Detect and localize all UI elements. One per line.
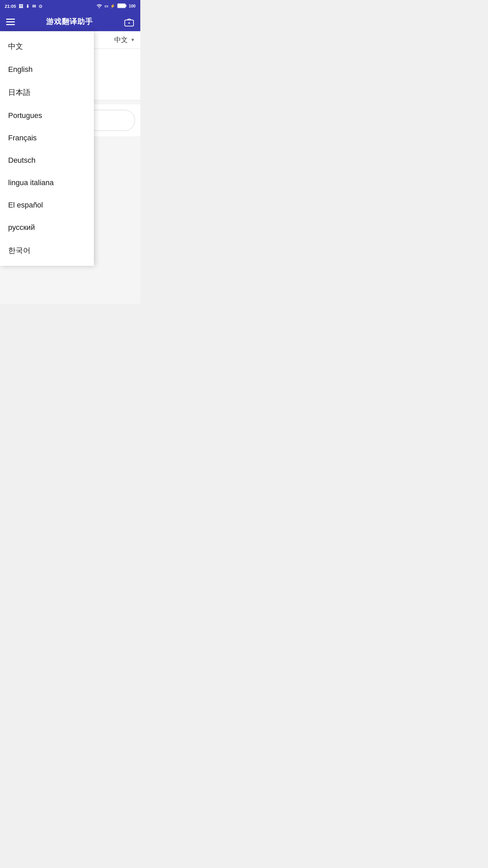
notification-icon: 🖼: [19, 4, 23, 9]
status-right: ▭ ⚡ 100: [96, 3, 136, 9]
svg-point-4: [128, 22, 130, 24]
battery-text: 100: [129, 4, 136, 8]
dropdown-item-de[interactable]: Deutsch: [0, 149, 94, 172]
hamburger-line: [6, 21, 15, 22]
target-lang-selector[interactable]: 中文 ▼: [114, 35, 135, 44]
dropdown-item-ko[interactable]: 한국어: [0, 239, 94, 262]
svg-rect-1: [125, 5, 126, 7]
main-content: 中文 ▼ 中文 ▼ you miss me, I miss you too ↓ …: [0, 31, 140, 304]
dropdown-item-en[interactable]: English: [0, 58, 94, 81]
menu-button[interactable]: [6, 19, 15, 25]
dropdown-item-ja[interactable]: 日本語: [0, 81, 94, 104]
dropdown-item-pt[interactable]: Portugues: [0, 104, 94, 127]
target-lang-arrow: ▼: [130, 37, 135, 42]
dropdown-item-ru[interactable]: русский: [0, 216, 94, 239]
app-bar: 游戏翻译助手: [0, 12, 140, 31]
language-dropdown: 中文 English 日本語 Portugues Français Deutsc…: [0, 31, 94, 266]
dnd-icon: ⊙: [39, 4, 42, 9]
hamburger-line: [6, 19, 15, 20]
status-bar: 21:05 🖼 ⬇ ✉ ⊙ ▭ ⚡ 100: [0, 0, 140, 12]
svg-rect-2: [118, 4, 125, 7]
dropdown-item-zh[interactable]: 中文: [0, 35, 94, 58]
battery-frame-icon: ▭: [104, 4, 108, 8]
dropdown-item-fr[interactable]: Français: [0, 127, 94, 149]
bag-button[interactable]: [124, 17, 134, 26]
hamburger-line: [6, 24, 15, 25]
app-title: 游戏翻译助手: [46, 17, 93, 27]
email-icon: ✉: [32, 4, 36, 9]
dropdown-item-es[interactable]: El español: [0, 194, 94, 216]
dropdown-item-it[interactable]: lingua italiana: [0, 172, 94, 194]
battery-level: [117, 3, 127, 9]
wifi-icon: [96, 3, 102, 9]
charging-icon: ⚡: [110, 4, 115, 8]
target-lang-label: 中文: [114, 35, 128, 44]
status-time: 21:05: [5, 4, 16, 9]
status-left: 21:05 🖼 ⬇ ✉ ⊙: [5, 4, 42, 9]
usb-icon: ⬇: [26, 4, 29, 9]
